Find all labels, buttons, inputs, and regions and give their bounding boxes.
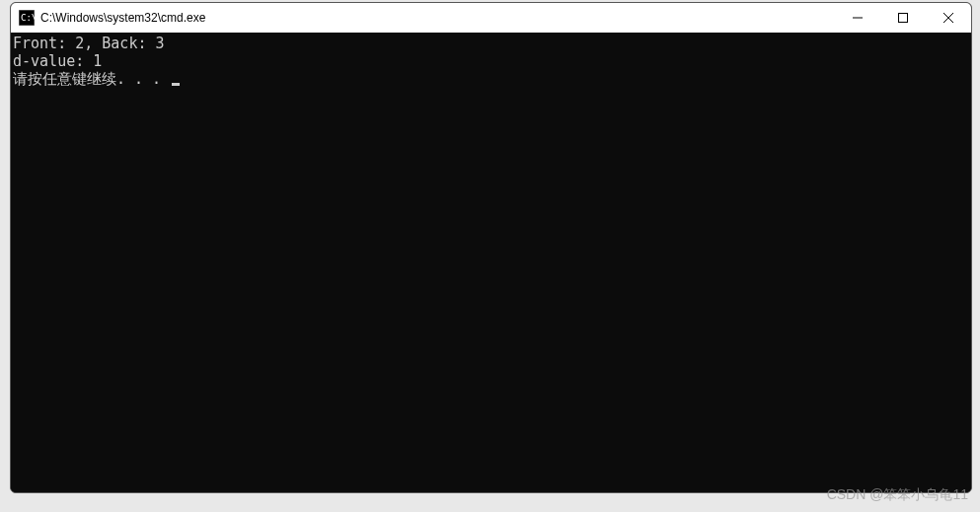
output-line: Front: 2, Back: 3 — [13, 35, 969, 52]
cmd-icon: C:\ — [19, 10, 35, 26]
prompt-text: 请按任意键继续. . . — [13, 70, 170, 88]
console-output[interactable]: Front: 2, Back: 3d-value: 1请按任意键继续. . . — [11, 33, 971, 492]
cursor — [172, 83, 180, 86]
close-button[interactable] — [926, 3, 971, 33]
svg-rect-3 — [899, 14, 908, 23]
titlebar[interactable]: C:\ C:\Windows\system32\cmd.exe — [11, 3, 971, 33]
output-line: d-value: 1 — [13, 52, 969, 70]
svg-text:C:\: C:\ — [21, 13, 35, 23]
maximize-button[interactable] — [880, 3, 926, 33]
window-title: C:\Windows\system32\cmd.exe — [40, 11, 835, 25]
window-controls — [835, 3, 971, 33]
minimize-button[interactable] — [835, 3, 880, 33]
cmd-window: C:\ C:\Windows\system32\cmd.exe Front: 2… — [10, 2, 972, 493]
